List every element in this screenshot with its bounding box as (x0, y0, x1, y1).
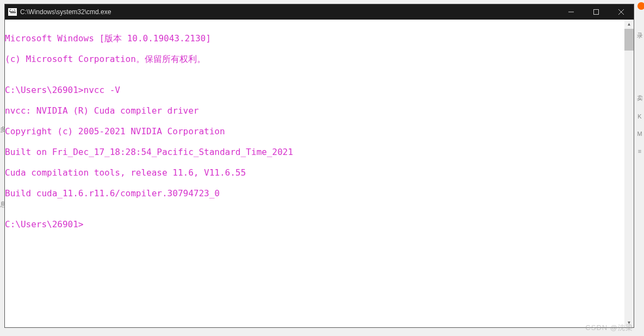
window-title: C:\Windows\system32\cmd.exe (20, 8, 559, 16)
terminal-line: Built on Fri_Dec_17_18:28:54_Pacific_Sta… (5, 147, 624, 157)
terminal-area: Microsoft Windows [版本 10.0.19043.2130] (… (5, 20, 634, 327)
cmd-window: C:\Windows\system32\cmd.exe Microsoft Wi… (4, 4, 634, 328)
minimize-icon (568, 9, 574, 15)
svg-rect-1 (594, 10, 599, 15)
terminal-line: Build cuda_11.6.r11.6/compiler.30794723_… (5, 188, 624, 198)
terminal-line: Cuda compilation tools, release 11.6, V1… (5, 167, 624, 178)
scrollbar-up-arrow-icon[interactable]: ▲ (624, 20, 634, 29)
titlebar[interactable]: C:\Windows\system32\cmd.exe (5, 4, 634, 20)
bg-char-right-c: K (635, 113, 644, 120)
terminal-line: (c) Microsoft Corporation。保留所有权利。 (5, 54, 624, 64)
terminal-output[interactable]: Microsoft Windows [版本 10.0.19043.2130] (… (5, 20, 624, 327)
bg-hamburger-icon: ≡ (635, 148, 644, 154)
vertical-scrollbar[interactable]: ▲ ▼ (624, 20, 634, 327)
terminal-prompt: C:\Users\26901> (5, 219, 624, 229)
watermark-text: CSDN @沈梁 (585, 323, 633, 333)
close-icon (618, 9, 624, 15)
bg-char-right-b: 卖 (635, 94, 644, 102)
maximize-button[interactable] (584, 4, 609, 20)
maximize-icon (593, 9, 599, 15)
window-controls (559, 4, 634, 20)
bg-right-sidebar: 录 卖 K M ≡ (635, 17, 644, 327)
terminal-line: Microsoft Windows [版本 10.0.19043.2130] (5, 33, 624, 43)
close-button[interactable] (609, 4, 634, 20)
bg-char-right-a: 录 (635, 32, 644, 40)
scrollbar-thumb[interactable] (624, 29, 634, 51)
bg-char-right-d: M (635, 130, 644, 137)
terminal-line: nvcc: NVIDIA (R) Cuda compiler driver (5, 105, 624, 116)
cmd-icon (8, 8, 17, 16)
minimize-button[interactable] (559, 4, 584, 20)
terminal-line: C:\Users\26901>nvcc -V (5, 85, 624, 95)
bg-orange-dot (637, 2, 644, 10)
terminal-line: Copyright (c) 2005-2021 NVIDIA Corporati… (5, 126, 624, 136)
